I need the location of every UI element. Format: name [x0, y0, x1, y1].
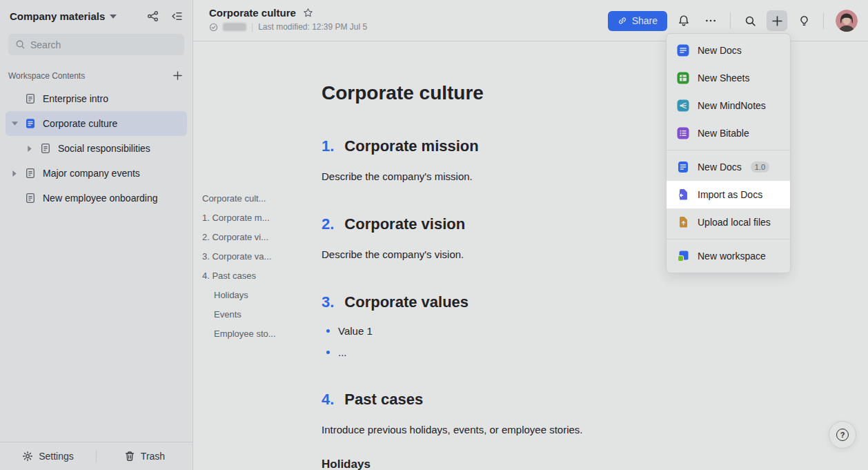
heading-number: 1.: [322, 137, 334, 156]
chevron-right-icon[interactable]: [25, 146, 34, 152]
bullet-dot: [326, 351, 330, 354]
search-icon: [744, 15, 756, 27]
menu-divider: [667, 239, 790, 239]
collapse-sidebar-button[interactable]: [171, 10, 183, 22]
add-content-button[interactable]: [172, 70, 183, 81]
heading-number: 3.: [322, 293, 334, 312]
sidebar-item-major-company-events[interactable]: Major company events: [6, 161, 187, 186]
saved-check-icon: [209, 23, 218, 32]
workspace-icon: [676, 249, 690, 263]
menu-item-label: New Docs: [698, 45, 742, 56]
menu-item-new-sheets[interactable]: New Sheets: [667, 64, 790, 92]
sheets-icon: [676, 71, 690, 85]
redacted-author-chip: [223, 23, 246, 31]
plus-icon: [172, 70, 183, 81]
sidebar-item-social-responsibilities[interactable]: Social responsibilities: [6, 136, 187, 161]
share-icon: [147, 10, 159, 22]
chevron-down-icon: [110, 14, 117, 19]
share-button[interactable]: Share: [608, 11, 667, 31]
upload-icon: [676, 215, 690, 229]
heading-text: Corporate mission: [344, 137, 478, 156]
star-icon: [303, 8, 313, 18]
bitable-icon: [676, 126, 690, 140]
chevron-down-icon[interactable]: [10, 121, 19, 126]
settings-button[interactable]: Settings: [0, 442, 96, 470]
outline-item[interactable]: 2. Corporate vi...: [202, 228, 292, 247]
meta-divider: |: [251, 22, 253, 32]
help-button[interactable]: ?: [829, 421, 856, 449]
question-mark-icon: ?: [836, 429, 849, 441]
sidebar: Company materials Search Workspace Conte…: [0, 0, 193, 470]
heading-text: Corporate vision: [344, 215, 465, 234]
menu-item-upload-local-files[interactable]: Upload local files: [667, 208, 790, 236]
plus-icon: [771, 15, 783, 27]
doc-outline-panel: Corporate cult... 1. Corporate m... 2. C…: [202, 189, 292, 344]
sidebar-item-new-employee-onboarding[interactable]: New employee onboarding: [6, 186, 187, 210]
create-menu-dropdown: New Docs New Sheets New MindNotes New Bi…: [666, 33, 791, 273]
heading-text: Corporate values: [344, 293, 468, 312]
menu-item-label: New MindNotes: [698, 100, 766, 111]
toolbar-divider: [823, 12, 824, 29]
sidebar-item-label: New employee onboarding: [43, 193, 158, 204]
outline-item[interactable]: 3. Corporate va...: [202, 247, 292, 266]
bullet-list: Value 1 ...: [322, 323, 763, 360]
menu-item-label: New Sheets: [698, 72, 749, 84]
outline-item[interactable]: 1. Corporate m...: [202, 208, 292, 228]
heading-past-cases: 4. Past cases: [322, 390, 763, 409]
paragraph: Introduce previous holidays, events, or …: [322, 422, 763, 438]
menu-item-label: Upload local files: [698, 217, 771, 228]
bullet-item: Value 1: [322, 323, 763, 338]
menu-item-new-mindnotes[interactable]: New MindNotes: [667, 92, 790, 119]
lightbulb-icon: [798, 15, 810, 27]
bullet-text: Value 1: [338, 325, 373, 337]
toolbar-divider: [730, 12, 731, 29]
trash-icon: [124, 451, 135, 462]
sidebar-item-corporate-culture[interactable]: Corporate culture: [6, 111, 187, 136]
menu-item-new-docs[interactable]: New Docs: [667, 37, 790, 64]
sidebar-item-enterprise-intro[interactable]: Enterprise intro: [6, 86, 187, 111]
trash-label: Trash: [141, 451, 165, 462]
more-options-button[interactable]: [700, 10, 721, 31]
settings-label: Settings: [39, 451, 74, 462]
outline-item[interactable]: Employee sto...: [202, 324, 292, 344]
document-icon: [25, 93, 36, 104]
outline-item[interactable]: Holidays: [202, 286, 292, 305]
chevron-right-icon[interactable]: [10, 170, 19, 177]
heading-number: 4.: [322, 390, 334, 409]
menu-item-new-workspace[interactable]: New workspace: [667, 242, 790, 270]
menu-item-import-as-docs[interactable]: Import as Docs: [667, 181, 790, 208]
import-icon: [676, 188, 690, 202]
menu-item-label: New Bitable: [698, 128, 749, 139]
trash-button[interactable]: Trash: [97, 442, 193, 470]
search-icon: [15, 39, 26, 50]
notifications-button[interactable]: [673, 10, 694, 31]
search-doc-button[interactable]: [740, 10, 760, 31]
heading-text: Past cases: [344, 390, 423, 409]
menu-divider: [667, 150, 790, 150]
bell-icon: [678, 14, 690, 27]
menu-item-new-docs-legacy[interactable]: New Docs 1.0: [667, 153, 790, 181]
favorite-star-button[interactable]: [303, 8, 313, 18]
outline-item[interactable]: Corporate cult...: [202, 189, 292, 208]
workspace-tree: Enterprise intro Corporate culture Socia…: [0, 86, 193, 210]
collapse-sidebar-icon: [171, 10, 183, 22]
docs-icon: [676, 43, 690, 57]
outline-item[interactable]: 4. Past cases: [202, 266, 292, 286]
menu-item-new-bitable[interactable]: New Bitable: [667, 119, 790, 147]
user-avatar[interactable]: [836, 10, 858, 32]
version-badge: 1.0: [751, 161, 769, 173]
search-input[interactable]: Search: [8, 34, 184, 55]
ellipsis-icon: [704, 14, 717, 27]
bullet-text: ...: [338, 346, 347, 358]
workspace-switcher[interactable]: Company materials: [0, 0, 193, 31]
search-placeholder: Search: [30, 39, 61, 50]
share-workspace-button[interactable]: [147, 10, 159, 22]
avatar-image: [836, 10, 858, 32]
create-new-button[interactable]: [767, 10, 787, 31]
workspace-name: Company materials: [10, 10, 105, 22]
heading-corporate-values: 3. Corporate values: [322, 293, 763, 312]
tips-button[interactable]: [793, 10, 814, 31]
menu-item-label: New Docs: [698, 161, 742, 173]
outline-item[interactable]: Events: [202, 305, 292, 324]
mindnotes-icon: [676, 99, 690, 112]
